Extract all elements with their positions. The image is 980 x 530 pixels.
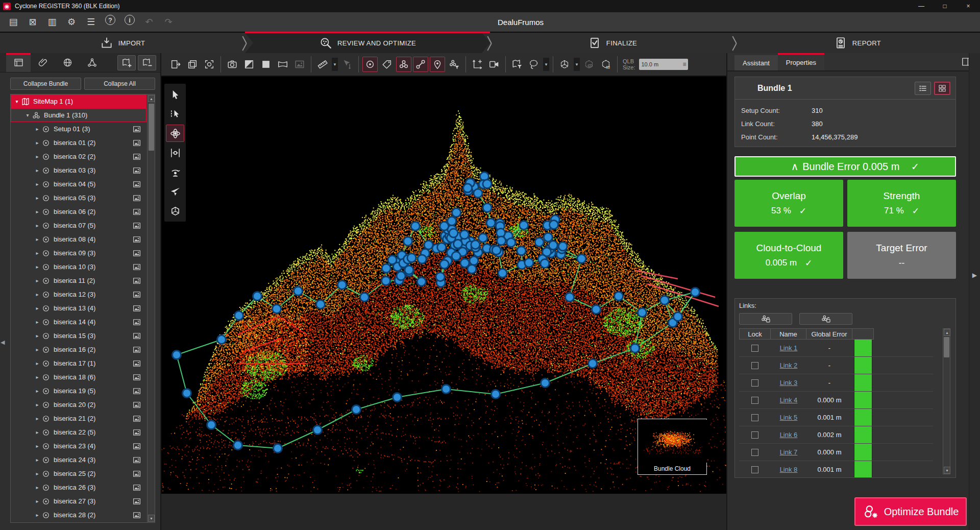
multi-select-tool-button[interactable] [166,105,184,123]
image-icon[interactable] [132,469,141,478]
expand-icon[interactable]: ▸ [33,181,41,187]
expand-icon[interactable]: ▸ [33,250,41,256]
tree-item-biserica-11-2-[interactable]: ▸biserica 11 (2) [11,274,146,287]
solid-view-button[interactable] [258,57,274,72]
expand-icon[interactable]: ▸ [33,195,41,201]
toggle-bundle-cloud-button[interactable] [396,57,411,72]
measure-dropdown[interactable]: ▼ [332,58,338,71]
image-icon[interactable] [132,235,141,244]
open-project-button[interactable]: ▤ [6,15,20,29]
slider-grip-icon[interactable]: ≡ [682,61,686,68]
close-project-button[interactable]: ⊠ [26,15,40,29]
maximize-button[interactable]: □ [933,0,957,12]
image-icon[interactable] [132,138,141,148]
tree-item-biserica-05-3-[interactable]: ▸biserica 05 (3) [11,191,146,205]
tree-item-biserica-18-6-[interactable]: ▸biserica 18 (6) [11,370,146,384]
panel-tab-attachments[interactable] [31,53,55,72]
tile-target-error[interactable]: Target Error-- [847,232,956,279]
column-global-error[interactable]: Global Error [806,328,852,340]
image-icon[interactable] [132,414,141,423]
links-scrollbar[interactable]: ▲ ▼ [943,328,950,474]
image-icon[interactable] [132,373,141,382]
settings-button[interactable]: ⚙ [64,15,79,29]
tree-item-biserica-19-5-[interactable]: ▸biserica 19 (5) [11,384,146,398]
image-icon[interactable] [132,262,141,272]
expand-icon[interactable]: ▸ [33,154,41,159]
toggle-pins-button[interactable] [430,57,445,72]
split-view-button[interactable] [241,57,257,72]
collapse-icon[interactable]: ▾ [23,112,32,118]
bundle-filter-button[interactable] [447,57,462,72]
scroll-down-icon[interactable]: ▼ [944,467,950,474]
image-icon[interactable] [132,194,141,203]
tree-item-setup-01-3-[interactable]: ▸Setup 01 (3) [11,122,146,136]
unlock-links-button[interactable] [799,313,852,325]
expand-icon[interactable]: ▸ [33,319,41,325]
view-cube-dropdown[interactable]: ▼ [574,58,580,71]
image-icon[interactable] [132,331,141,341]
lock-checkbox[interactable] [751,449,758,456]
expand-icon[interactable]: ▸ [33,402,41,407]
collapse-bundle-button[interactable]: Collapse Bundle [10,78,81,90]
lock-checkbox[interactable] [751,379,758,387]
tree-item-biserica-13-4-[interactable]: ▸biserica 13 (4) [11,301,146,315]
expand-icon[interactable]: ▸ [33,223,41,228]
pan-tool-button[interactable] [166,144,184,161]
tile-cloud-to-cloud[interactable]: Cloud-to-Cloud0.005 m✓ [734,232,843,279]
lock-checkbox[interactable] [751,414,758,421]
tree-item-bundle-1-310-[interactable]: ▾Bundle 1 (310) [11,108,146,122]
image-icon[interactable] [132,483,141,492]
expand-icon[interactable]: ▸ [33,471,41,476]
expand-icon[interactable]: ▸ [33,167,41,173]
collapse-icon[interactable]: ▾ [13,99,21,104]
expand-icon[interactable]: ▸ [33,305,41,311]
image-icon[interactable] [132,152,141,161]
lock-links-button[interactable] [739,313,792,325]
measure-button[interactable] [315,57,330,72]
lasso-select-dropdown[interactable]: ▼ [543,58,549,71]
link-name[interactable]: Link 2 [780,362,798,369]
tile-overlap[interactable]: Overlap53 %✓ [734,180,843,227]
zoom-region-button[interactable] [202,57,217,72]
image-icon[interactable] [132,400,141,409]
left-panel-collapse-icon[interactable]: ◀ [1,339,5,346]
tab-properties[interactable]: Properties [778,53,824,70]
scroll-down-icon[interactable]: ▼ [148,515,155,522]
workflow-tab-report[interactable]: REPORT [735,33,980,53]
close-button[interactable]: × [957,0,980,12]
link-name[interactable]: Link 5 [780,414,798,421]
scroll-up-icon[interactable]: ▲ [944,329,950,336]
view-cube-measure-button[interactable]: M [598,57,614,72]
select-tool-button[interactable] [166,86,184,103]
tree-item-biserica-12-3-[interactable]: ▸biserica 12 (3) [11,287,146,301]
optimize-bundle-button[interactable]: Optimize Bundle [854,497,967,526]
column-name[interactable]: Name [771,328,806,340]
tree-item-biserica-25-2-[interactable]: ▸biserica 25 (2) [11,467,146,480]
image-icon[interactable] [132,221,141,230]
tree-item-biserica-24-3-[interactable]: ▸biserica 24 (3) [11,453,146,467]
add-sitemap-button[interactable] [117,55,136,70]
bundle-error-banner[interactable]: ∧ Bundle Error 0.005 m ✓ [734,156,956,177]
expand-icon[interactable]: ▸ [33,443,41,449]
link-name[interactable]: Link 1 [780,344,798,352]
panel-tab-project-explorer[interactable] [6,53,31,72]
scroll-thumb[interactable] [149,104,154,151]
image-icon[interactable] [132,290,141,299]
link-name[interactable]: Link 4 [780,396,798,404]
tree-item-biserica-26-3-[interactable]: ▸biserica 26 (3) [11,480,146,494]
tree-item-biserica-28-2-[interactable]: ▸biserica 28 (2) [11,508,146,522]
lock-checkbox[interactable] [751,345,758,352]
remove-sitemap-button[interactable] [138,55,156,70]
tree-item-biserica-20-2-[interactable]: ▸biserica 20 (2) [11,398,146,412]
tree-item-biserica-01-2-[interactable]: ▸biserica 01 (2) [11,136,146,150]
send-to-button[interactable] [168,57,183,72]
view-cube-button[interactable] [557,57,572,72]
expand-icon[interactable]: ▸ [33,429,41,435]
column-lock[interactable]: Lock [739,328,771,340]
image-icon[interactable] [132,455,141,465]
image-icon[interactable] [132,345,141,354]
image-icon[interactable] [132,318,141,327]
lasso-select-button[interactable] [526,57,542,72]
expand-icon[interactable]: ▸ [33,236,41,242]
tree-item-biserica-15-3-[interactable]: ▸biserica 15 (3) [11,329,146,343]
